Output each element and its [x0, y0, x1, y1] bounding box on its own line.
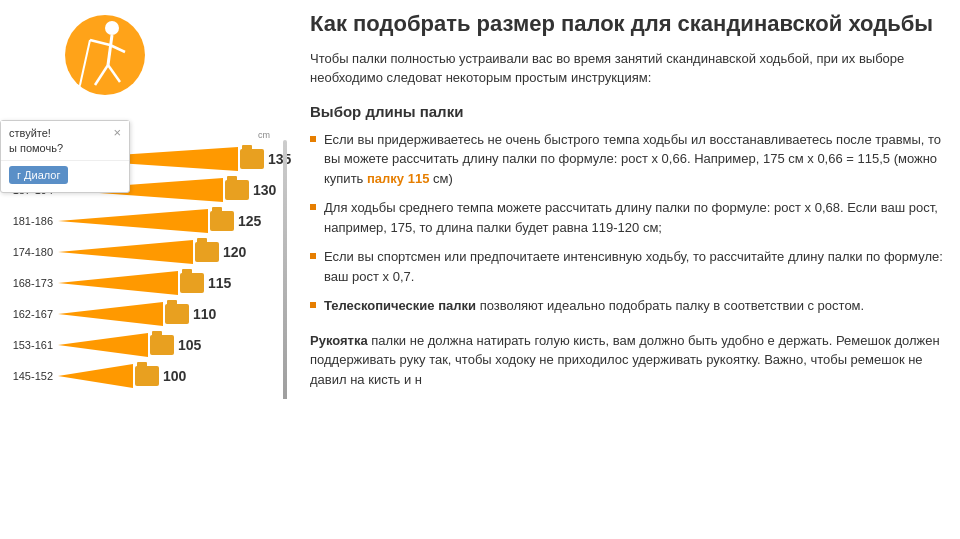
telescopic-bold: Телескопические палки	[324, 298, 476, 313]
bullet-item-2: Для ходьбы среднего темпа можете рассчит…	[310, 198, 945, 237]
chart-bar-triangle	[58, 209, 208, 233]
svg-point-0	[65, 15, 145, 95]
right-panel: Как подобрать размер палок для скандинав…	[295, 0, 960, 399]
chart-row: 153-161105	[0, 331, 295, 359]
chat-title: ствуйте! ы помочь?	[9, 126, 63, 157]
bullet-marker-4	[310, 302, 316, 308]
chart-row-value: 110	[193, 306, 216, 322]
chart-row-value: 125	[238, 213, 261, 229]
chart-bar-triangle	[58, 364, 133, 388]
bullet-text-1: Если вы придерживаетесь не очень быстрог…	[324, 130, 945, 189]
rukoyatka-paragraph: Рукоятка палки не должна натирать голую …	[310, 331, 945, 390]
chat-close-icon[interactable]: ×	[113, 126, 121, 139]
chart-folder-icon	[150, 335, 174, 355]
palka-link[interactable]: палку 115	[367, 171, 429, 186]
chart-row-value: 105	[178, 337, 201, 353]
chart-folder-icon	[195, 242, 219, 262]
chart-row: 162-167110	[0, 300, 295, 328]
chat-header: ствуйте! ы помочь? ×	[1, 121, 129, 161]
chart-row-value: 115	[208, 275, 231, 291]
chart-row-value: 135	[268, 151, 291, 167]
chart-bar-triangle	[58, 240, 193, 264]
cm-label-right: cm	[258, 130, 270, 140]
chart-bar-triangle	[58, 302, 163, 326]
chart-folder-icon	[240, 149, 264, 169]
pole-right	[283, 140, 287, 399]
chart-folder-icon	[225, 180, 249, 200]
bullet-marker-2	[310, 204, 316, 210]
bullet-list: Если вы придерживаетесь не очень быстрог…	[310, 130, 945, 316]
walking-figure	[60, 10, 150, 125]
rukoyatka-bold: Рукоятка	[310, 333, 368, 348]
chart-row-label: 168-173	[0, 277, 58, 289]
chart-row: 181-186125	[0, 207, 295, 235]
bullet-marker-3	[310, 253, 316, 259]
bullet-text-2: Для ходьбы среднего темпа можете рассчит…	[324, 198, 945, 237]
bullet-text-3: Если вы спортсмен или предпочитаете инте…	[324, 247, 945, 286]
svg-line-8	[78, 85, 80, 90]
chart-row-value: 100	[163, 368, 186, 384]
chart-bar-triangle	[58, 271, 178, 295]
chat-widget: ствуйте! ы помочь? × г Диалог	[0, 120, 130, 193]
chat-dialog-button[interactable]: г Диалог	[9, 166, 68, 184]
chart-row-value: 120	[223, 244, 246, 260]
bullet-marker-1	[310, 136, 316, 142]
bullet-item-1: Если вы придерживаетесь не очень быстрог…	[310, 130, 945, 189]
bullet-item-3: Если вы спортсмен или предпочитаете инте…	[310, 247, 945, 286]
page-wrapper: ствуйте! ы помочь? × г Диалог	[0, 0, 960, 399]
chart-row-label: 174-180	[0, 246, 58, 258]
chart-row-label: 145-152	[0, 370, 58, 382]
chart-row-value: 130	[253, 182, 276, 198]
intro-text: Чтобы палки полностью устраивали вас во …	[310, 49, 945, 88]
chart-folder-icon	[135, 366, 159, 386]
chart-row: 145-152100	[0, 362, 295, 390]
svg-point-1	[105, 21, 119, 35]
chart-row-label: 181-186	[0, 215, 58, 227]
chart-folder-icon	[210, 211, 234, 231]
chart-row: 174-180120	[0, 238, 295, 266]
section1-heading: Выбор длины палки	[310, 103, 945, 120]
bullet-text-4: Телескопические палки позволяют идеально…	[324, 296, 864, 316]
chart-row-label: 162-167	[0, 308, 58, 320]
chart-bar-triangle	[58, 333, 148, 357]
chart-row-label: 153-161	[0, 339, 58, 351]
bullet-item-4: Телескопические палки позволяют идеально…	[310, 296, 945, 316]
chart-folder-icon	[165, 304, 189, 324]
chart-folder-icon	[180, 273, 204, 293]
chart-row: 168-173115	[0, 269, 295, 297]
infographic-wrapper: cm cm 195-135187-194130181-186125174-180…	[0, 10, 295, 390]
left-panel: ствуйте! ы помочь? × г Диалог	[0, 0, 295, 399]
page-title: Как подобрать размер палок для скандинав…	[310, 10, 945, 39]
